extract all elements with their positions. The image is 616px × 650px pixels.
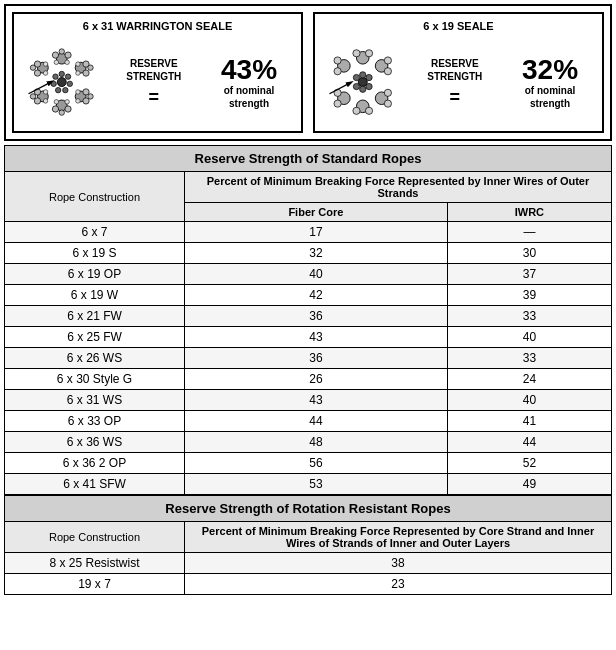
svg-point-60 [384, 89, 391, 96]
table-row: 6 x 19 S3230 [5, 243, 612, 264]
svg-point-5 [55, 87, 60, 92]
svg-point-19 [76, 71, 80, 75]
iwrc-cell: 24 [447, 369, 611, 390]
svg-point-50 [360, 86, 366, 92]
equals-sign-6x31: = [148, 87, 159, 108]
section-title-2: Reserve Strength of Rotation Resistant R… [5, 496, 612, 522]
percent-col-header-1: Percent of Minimum Breaking Force Repres… [185, 172, 612, 203]
svg-point-70 [334, 68, 341, 75]
fiber-core-cell: 42 [185, 285, 448, 306]
table-row: 6 x 25 FW4340 [5, 327, 612, 348]
fiber-core-cell: 36 [185, 348, 448, 369]
svg-point-25 [76, 99, 80, 103]
rope-name-cell: 6 x 7 [5, 222, 185, 243]
table-row: 6 x 41 SFW5349 [5, 474, 612, 495]
svg-point-35 [30, 94, 35, 99]
svg-point-3 [67, 81, 72, 86]
iwrc-cell: 44 [447, 432, 611, 453]
table-row: 19 x 723 [5, 574, 612, 595]
svg-point-7 [53, 74, 58, 79]
fiber-core-cell: 56 [185, 453, 448, 474]
percent-block-6x19: 32% of nominal strength [508, 56, 592, 110]
svg-point-21 [83, 89, 89, 95]
fiber-core-cell: 48 [185, 432, 448, 453]
rope-name-cell: 6 x 25 FW [5, 327, 185, 348]
svg-point-2 [65, 74, 70, 79]
svg-point-55 [365, 50, 372, 57]
rope-name-cell: 6 x 19 W [5, 285, 185, 306]
iwrc-cell: 40 [447, 327, 611, 348]
svg-point-1 [59, 71, 64, 76]
table-row: 8 x 25 Resistwist38 [5, 553, 612, 574]
reserve-label-6x19: RESERVE STRENGTH [407, 57, 502, 83]
table-row: 6 x 717— [5, 222, 612, 243]
svg-point-63 [353, 107, 360, 114]
fiber-core-cell: 44 [185, 411, 448, 432]
percent-label-6x19: of nominal strength [508, 84, 592, 110]
svg-point-41 [30, 65, 35, 70]
svg-point-24 [76, 90, 80, 94]
svg-point-17 [88, 65, 93, 70]
table-row: 6 x 26 WS3633 [5, 348, 612, 369]
svg-point-13 [65, 60, 69, 64]
fiber-core-cell: 43 [185, 390, 448, 411]
rope-diagram-6x19 [325, 40, 401, 125]
svg-point-22 [83, 98, 89, 104]
diagram-box-6x19: 6 x 19 SEALE [313, 12, 604, 133]
svg-point-27 [52, 106, 58, 112]
table-row: 6 x 30 Style G2624 [5, 369, 612, 390]
diagram-section: 6 x 31 WARRINGTON SEALE [4, 4, 612, 141]
fiber-core-cell: 17 [185, 222, 448, 243]
table-row: 6 x 36 2 OP5652 [5, 453, 612, 474]
iwrc-cell: 33 [447, 348, 611, 369]
rope-col-header-2: Rope Construction [5, 522, 185, 553]
rope-name-cell: 6 x 21 FW [5, 306, 185, 327]
rope-name-cell: 6 x 30 Style G [5, 369, 185, 390]
diagram-content-6x31: RESERVE STRENGTH = 43% of nominal streng… [24, 40, 291, 125]
rope-name-cell: 6 x 26 WS [5, 348, 185, 369]
svg-point-58 [384, 68, 391, 75]
svg-point-23 [88, 94, 93, 99]
svg-point-0 [57, 78, 66, 87]
rope-col-header-1: Rope Construction [5, 172, 185, 222]
svg-point-54 [353, 50, 360, 57]
table-row: 6 x 31 WS4340 [5, 390, 612, 411]
svg-point-52 [353, 74, 359, 80]
svg-point-11 [59, 49, 64, 54]
percent-6x31: 43% [207, 56, 291, 84]
svg-point-29 [59, 110, 64, 115]
svg-point-12 [54, 60, 58, 64]
svg-point-51 [353, 83, 359, 89]
iwrc-cell: 33 [447, 306, 611, 327]
fiber-core-cell: 26 [185, 369, 448, 390]
section-title-1: Reserve Strength of Standard Ropes [5, 146, 612, 172]
svg-point-30 [54, 100, 58, 104]
svg-point-61 [384, 100, 391, 107]
iwrc-cell: 37 [447, 264, 611, 285]
fiber-core-header: Fiber Core [185, 203, 448, 222]
col-header-row-1: Rope Construction Percent of Minimum Bre… [5, 172, 612, 203]
rope-name-cell: 6 x 36 WS [5, 432, 185, 453]
table-row: 6 x 19 W4239 [5, 285, 612, 306]
value-cell: 23 [185, 574, 612, 595]
reserve-label-6x31: RESERVE STRENGTH [106, 57, 201, 83]
percent-label-6x31: of nominal strength [207, 84, 291, 110]
svg-point-6 [51, 81, 56, 86]
rope-name-cell: 6 x 41 SFW [5, 474, 185, 495]
rope-name-cell: 6 x 31 WS [5, 390, 185, 411]
svg-point-42 [43, 62, 47, 66]
rope-name-cell: 8 x 25 Resistwist [5, 553, 185, 574]
diagram-content-6x19: RESERVE STRENGTH = 32% of nominal streng… [325, 40, 592, 125]
svg-point-10 [65, 52, 71, 58]
svg-point-4 [63, 87, 68, 92]
section-header-row-2: Reserve Strength of Rotation Resistant R… [5, 496, 612, 522]
section-header-row-1: Reserve Strength of Standard Ropes [5, 146, 612, 172]
svg-point-40 [34, 70, 40, 76]
diagram-title-6x31: 6 x 31 WARRINGTON SEALE [83, 20, 233, 32]
svg-point-69 [334, 57, 341, 64]
svg-point-48 [366, 74, 372, 80]
iwrc-cell: 39 [447, 285, 611, 306]
rope-name-cell: 19 x 7 [5, 574, 185, 595]
diagram-title-6x19: 6 x 19 SEALE [423, 20, 493, 32]
iwrc-cell: 40 [447, 390, 611, 411]
